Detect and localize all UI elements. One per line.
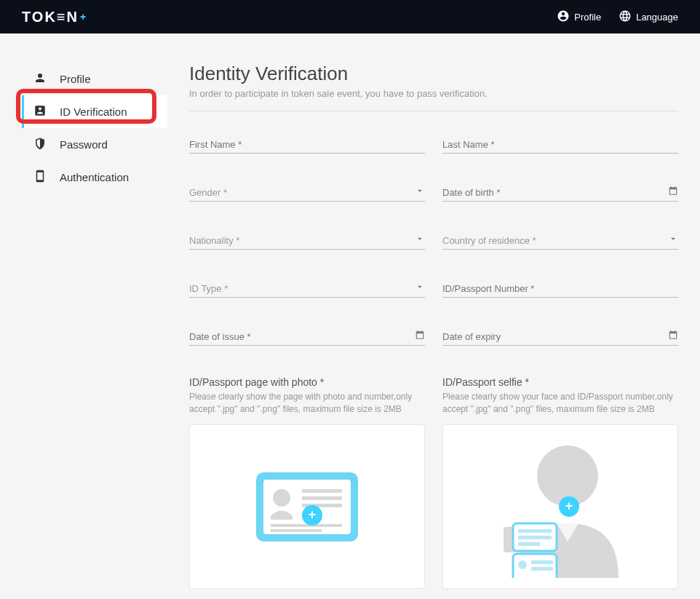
dob-field[interactable]	[442, 184, 678, 202]
sidebar-item-authentication[interactable]: Authentication	[22, 161, 167, 194]
sidebar-item-label: Password	[60, 138, 108, 151]
svg-rect-3	[302, 489, 342, 493]
expiry-date-input[interactable]	[442, 328, 678, 346]
sidebar-item-label: Authentication	[60, 171, 129, 183]
shield-icon	[33, 137, 47, 152]
gender-field[interactable]: Gender *	[189, 184, 425, 202]
dob-input[interactable]	[442, 184, 678, 202]
svg-rect-11	[518, 529, 552, 533]
id-number-input[interactable]	[442, 280, 678, 298]
container: Profile ID Verification Password Authent…	[0, 33, 700, 599]
gender-placeholder: Gender *	[189, 187, 227, 198]
svg-point-15	[518, 560, 527, 569]
chevron-down-icon	[415, 282, 425, 294]
page-title: Identity Verification	[189, 63, 678, 85]
language-link-label: Language	[636, 12, 678, 23]
profile-link-label: Profile	[574, 12, 601, 23]
header-right: Profile Language	[557, 9, 678, 25]
chevron-down-icon	[415, 234, 425, 246]
globe-icon	[619, 9, 632, 25]
upload-photo-title: ID/Passport page with photo *	[189, 376, 425, 388]
last-name-input[interactable]	[442, 136, 678, 154]
sidebar: Profile ID Verification Password Authent…	[22, 63, 167, 599]
user-circle-icon	[557, 9, 570, 25]
svg-rect-13	[518, 542, 540, 546]
last-name-field[interactable]	[442, 136, 678, 154]
language-link[interactable]: Language	[619, 9, 678, 25]
nationality-field[interactable]: Nationality *	[189, 232, 425, 250]
upload-selfie-title: ID/Passport selfie *	[442, 376, 678, 388]
divider	[189, 111, 678, 111]
plus-icon: +	[559, 496, 579, 517]
upload-photo-box[interactable]: +	[189, 424, 425, 589]
upload-selfie-box[interactable]: +	[442, 424, 678, 589]
svg-rect-16	[531, 560, 553, 564]
first-name-input[interactable]	[189, 136, 425, 154]
profile-link[interactable]: Profile	[557, 9, 601, 25]
svg-rect-7	[271, 529, 322, 532]
sidebar-item-password[interactable]: Password	[22, 128, 167, 161]
issue-date-field[interactable]	[189, 328, 425, 346]
chevron-down-icon	[415, 186, 425, 198]
id-card-illustration: +	[252, 461, 362, 552]
sidebar-item-label: Profile	[60, 73, 91, 85]
logo-text: TOK≡N	[22, 9, 79, 25]
person-icon	[33, 71, 47, 87]
residence-field[interactable]: Country of residence *	[442, 232, 678, 250]
logo[interactable]: TOK≡N+	[22, 9, 87, 25]
calendar-icon	[668, 186, 678, 199]
logo-plus-icon: +	[80, 11, 87, 23]
page-subtitle: In order to participate in token sale ev…	[189, 88, 678, 99]
upload-selfie-hint: Please clearly show your face and ID/Pas…	[442, 391, 678, 416]
calendar-icon	[668, 330, 678, 343]
chevron-down-icon	[668, 234, 678, 246]
issue-date-input[interactable]	[189, 328, 425, 346]
calendar-icon	[415, 330, 425, 343]
selfie-illustration: +	[480, 432, 640, 581]
svg-rect-6	[271, 524, 342, 527]
id-type-field[interactable]: ID Type *	[189, 280, 425, 298]
upload-photo-hint: Please clearly show the page with photo …	[189, 391, 425, 416]
highlight-annotation	[16, 89, 156, 124]
residence-placeholder: Country of residence *	[442, 235, 536, 246]
id-number-field[interactable]	[442, 280, 678, 298]
first-name-field[interactable]	[189, 136, 425, 154]
svg-rect-4	[302, 496, 342, 500]
header: TOK≡N+ Profile Language	[0, 0, 700, 33]
nationality-placeholder: Nationality *	[189, 235, 239, 246]
main-content: Identity Verification In order to partic…	[189, 63, 678, 599]
svg-rect-17	[531, 567, 553, 571]
svg-point-2	[273, 489, 290, 507]
id-type-placeholder: ID Type *	[189, 283, 228, 294]
plus-icon: +	[302, 505, 322, 525]
expiry-date-field[interactable]	[442, 328, 678, 346]
svg-rect-12	[518, 536, 552, 539]
phone-lock-icon	[33, 170, 47, 185]
